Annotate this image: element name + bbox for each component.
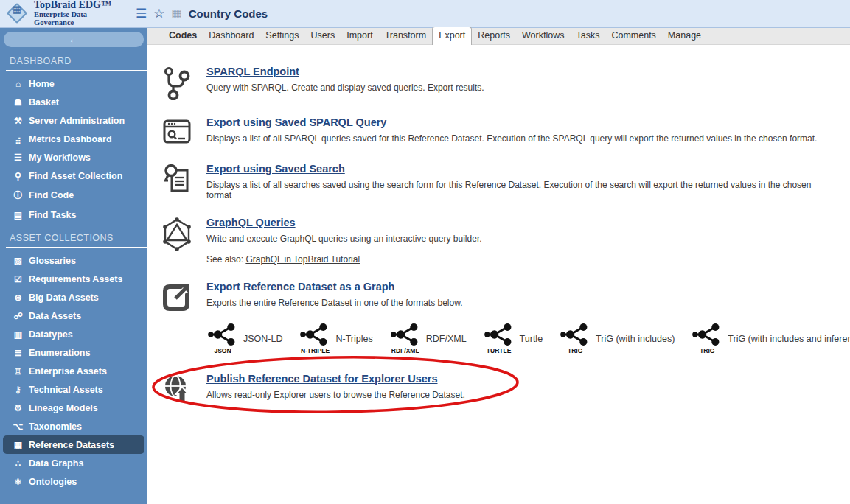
- sidebar-item-basket[interactable]: ☗ Basket: [3, 93, 144, 111]
- sidebar-item-ontologies[interactable]: ⚛ Ontologies: [3, 472, 144, 491]
- sidebar-item-reference-datasets[interactable]: ▦ Reference Datasets: [3, 435, 144, 454]
- share-nodes-icon: ∴: [13, 458, 24, 469]
- search-icon: ⚲: [13, 171, 24, 181]
- sidebar-item-data-assets[interactable]: ☍ Data Assets: [3, 307, 144, 325]
- sidebar-item-home[interactable]: ⌂ Home: [3, 74, 144, 93]
- sidebar-collapse-button[interactable]: ←: [4, 32, 144, 47]
- datatype-doc-icon: ▥: [13, 329, 24, 340]
- sidebar-item-requirements-assets[interactable]: ☑ Requirements Assets: [3, 270, 144, 288]
- sidebar-item-glossaries[interactable]: ▧ Glossaries: [3, 251, 144, 270]
- saved-search-description: Displays a list of all searches saved us…: [206, 180, 837, 200]
- sidebar-section-asset-collections: ASSET COLLECTIONS: [6, 233, 147, 248]
- glossary-icon: ▧: [13, 256, 24, 266]
- info-circle-icon: ⓘ: [13, 189, 24, 202]
- export-graph-icon: [156, 280, 198, 312]
- sparql-endpoint-description: Query with SPARQL. Create and display sa…: [206, 83, 484, 93]
- wrench-icon: ⚒: [13, 116, 24, 126]
- sidebar-item-big-data-assets[interactable]: ⊛ Big Data Assets: [3, 288, 144, 307]
- section-sparql-endpoint: SPARQL Endpoint Query with SPARQL. Creat…: [156, 65, 837, 100]
- enterprise-icon: ♖: [13, 366, 24, 377]
- export-graph-title: Export Reference Dataset as a Graph: [206, 281, 394, 293]
- top-header: ▦ TopBraid EDG™ Enterprise Data Governan…: [0, 0, 850, 28]
- check-circle-icon: ☑: [13, 274, 24, 284]
- big-data-icon: ⊛: [13, 293, 24, 303]
- tab-transform[interactable]: Transform: [379, 27, 433, 44]
- hamburger-menu-icon[interactable]: ☰: [136, 6, 147, 21]
- tab-reports[interactable]: Reports: [472, 27, 516, 44]
- tab-dashboard[interactable]: Dashboard: [203, 27, 259, 44]
- sidebar: ← DASHBOARD ⌂ Home ☗ Basket ⚒ Server Adm…: [0, 28, 147, 504]
- tasks-clipboard-icon: ▤: [13, 210, 24, 220]
- export-format-trig-with-includes-and-inferences: TRIG TriG (with includes and inferences): [692, 323, 850, 354]
- sidebar-item-find-tasks[interactable]: ▤ Find Tasks: [3, 206, 144, 224]
- see-also-label: See also:: [206, 254, 245, 265]
- rdf-graph-icon: TRIG: [560, 323, 590, 354]
- tab-manage[interactable]: Manage: [662, 27, 707, 44]
- main-panel: Codes Dashboard Settings Users Import: [147, 28, 850, 504]
- graphql-queries-link[interactable]: GraphQL Queries: [206, 217, 296, 228]
- section-saved-sparql-query: Export using Saved SPARQL Query Displays…: [156, 116, 837, 147]
- sidebar-item-taxonomies[interactable]: ⌥ Taxonomies: [3, 417, 144, 435]
- sidebar-item-find-code[interactable]: ⓘ Find Code: [3, 185, 144, 206]
- sidebar-item-find-asset-collection[interactable]: ⚲ Find Asset Collection: [3, 167, 144, 185]
- home-icon: ⌂: [13, 79, 24, 89]
- tab-bar: Codes Dashboard Settings Users Import: [147, 28, 850, 45]
- sidebar-item-server-administration[interactable]: ⚒ Server Administration: [3, 111, 144, 130]
- saved-sparql-query-link[interactable]: Export using Saved SPARQL Query: [206, 116, 386, 128]
- sidebar-item-datatypes[interactable]: ▥ Datatypes: [3, 325, 144, 343]
- rdf-graph-icon: JSON: [208, 323, 237, 354]
- section-graphql: GraphQL Queries Write and execute GraphQ…: [156, 216, 837, 265]
- tab-export[interactable]: Export: [432, 27, 472, 45]
- graphql-icon: [156, 216, 198, 265]
- rdf-graph-icon: N-TRIPLE: [300, 323, 330, 354]
- sidebar-item-data-graphs[interactable]: ∴ Data Graphs: [3, 454, 144, 472]
- tab-import[interactable]: Import: [341, 27, 378, 44]
- saved-sparql-query-description: Displays a list of all SPARQL queries sa…: [206, 133, 817, 144]
- reference-grid-icon: ▦: [13, 440, 24, 450]
- rdf-graph-icon: RDF/XML: [391, 323, 420, 354]
- sidebar-item-technical-assets[interactable]: ⚷ Technical Assets: [3, 380, 144, 399]
- tab-workflows[interactable]: Workflows: [516, 27, 570, 44]
- logo-subtitle: Enterprise Data Governance: [34, 10, 127, 27]
- technical-key-icon: ⚷: [13, 385, 24, 395]
- tab-comments[interactable]: Comments: [605, 27, 661, 44]
- topbraid-logo: ▦ TopBraid EDG™ Enterprise Data Governan…: [0, 0, 127, 27]
- export-graph-description: Exports the entire Reference Dataset in …: [206, 298, 463, 308]
- sparql-endpoint-link[interactable]: SPARQL Endpoint: [206, 66, 299, 77]
- publish-reference-dataset-link[interactable]: Publish Reference Dataset for Explorer U…: [206, 373, 437, 385]
- rdf-graph-icon: TURTLE: [484, 323, 514, 354]
- topbraid-edg-window: ▦ TopBraid EDG™ Enterprise Data Governan…: [0, 0, 850, 504]
- sidebar-section-dashboard: DASHBOARD: [6, 56, 147, 71]
- rdf-graph-icon: TRIG: [692, 323, 722, 354]
- page-title: Country Codes: [189, 7, 268, 20]
- tab-codes[interactable]: Codes: [163, 27, 203, 44]
- logo-diamond-icon: ▦: [6, 2, 28, 24]
- graphql-description: Write and execute GraphQL queries using …: [206, 234, 482, 244]
- export-formats-row: JSON JSON-LD: [208, 323, 837, 354]
- favorite-star-icon[interactable]: ☆: [153, 6, 164, 21]
- tab-tasks[interactable]: Tasks: [570, 27, 605, 44]
- section-export-graph: Export Reference Dataset as a Graph Expo…: [156, 280, 837, 312]
- sidebar-item-my-workflows[interactable]: ☰ My Workflows: [3, 148, 144, 167]
- logo-title: TopBraid EDG™: [34, 0, 127, 10]
- export-format-json-ld: JSON JSON-LD: [208, 323, 282, 354]
- sidebar-item-enumerations[interactable]: ≣ Enumerations: [3, 343, 144, 362]
- saved-search-link[interactable]: Export using Saved Search: [206, 163, 345, 175]
- bar-chart-icon: ⣴: [13, 134, 24, 144]
- workflow-list-icon: ☰: [13, 153, 24, 163]
- taxonomy-tree-icon: ⌥: [13, 421, 24, 432]
- publish-description: Allows read-only Explorer users to brows…: [206, 390, 465, 400]
- saved-sparql-query-icon: [156, 116, 198, 147]
- sidebar-item-lineage-models[interactable]: ⚙ Lineage Models: [3, 399, 144, 417]
- sidebar-item-metrics-dashboard[interactable]: ⣴ Metrics Dashboard: [3, 130, 144, 148]
- graphql-tutorial-link[interactable]: GraphQL in TopBraid Tutorial: [245, 254, 360, 265]
- export-format-rdf-xml: RDF/XML RDF/XML: [391, 323, 467, 354]
- section-publish: Publish Reference Dataset for Explorer U…: [156, 372, 837, 405]
- export-format-turtle: TURTLE Turtle: [484, 323, 543, 354]
- sidebar-item-enterprise-assets[interactable]: ♖ Enterprise Assets: [3, 362, 144, 380]
- sparql-endpoint-icon: [156, 65, 198, 100]
- tab-users[interactable]: Users: [305, 27, 341, 44]
- collection-type-grid-icon: ▦: [172, 7, 182, 20]
- tab-settings[interactable]: Settings: [259, 27, 304, 44]
- export-format-n-triples: N-TRIPLE N-Triples: [300, 323, 372, 354]
